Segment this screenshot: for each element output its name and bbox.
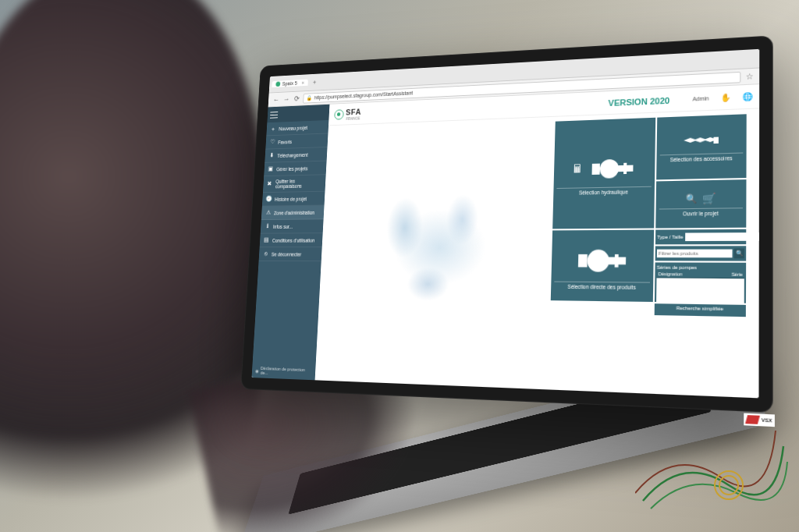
forward-button[interactable]: → (282, 94, 291, 103)
app-root: ＋ Nouveau projet ♡ Favoris ⬇ Téléchargem… (252, 84, 760, 398)
sidebar-item-label: Gérer les projets (276, 165, 307, 171)
sidebar-item-label: Histoire de projet (275, 196, 307, 201)
folder-icon: ▣ (268, 165, 275, 172)
sidebar-item-download[interactable]: ⬇ Téléchargement (265, 147, 327, 163)
heart-icon: ♡ (269, 139, 276, 146)
version-label: VERSION 2020 (608, 95, 669, 107)
tab-title: Spaix 5 (282, 80, 297, 86)
svg-rect-7 (713, 137, 718, 144)
sidebar-item-label: Zone d'administration (274, 210, 314, 215)
sidebar-footer[interactable]: ◉ Déclaration de protection de... (252, 363, 316, 380)
search-icon: 🔍 (686, 193, 698, 204)
lock-icon: 🔒 (307, 95, 313, 101)
tile-hydraulic-selection[interactable]: 🖩 Sélection hydraulique (552, 118, 655, 229)
water-splash-image (358, 172, 508, 328)
col-series: Série (731, 272, 742, 278)
tile-accessories[interactable]: Sélection des accessoires (656, 114, 747, 179)
type-label: Type / Taille (657, 235, 683, 239)
sidebar-item-label: Conditions d'utilisation (272, 237, 315, 243)
svg-point-12 (715, 471, 743, 499)
tile-label: Sélection hydraulique (556, 186, 652, 196)
sidebar-item-label: Infos sur... (273, 224, 293, 229)
sidebar-item-manage-projects[interactable]: ▣ Gérer les projets (264, 161, 326, 177)
sidebar-item-label: Favoris (278, 139, 292, 144)
svg-rect-0 (592, 164, 600, 175)
main-area: SFA FRANCE VERSION 2020 Admin ✋ 🌐 (315, 84, 760, 398)
hand-icon[interactable]: ✋ (720, 93, 730, 103)
close-icon[interactable]: × (302, 80, 305, 85)
tile-open-project[interactable]: 🔍 🛒 Ouvrir le projet VSX (655, 179, 746, 228)
sidebar-item-logout[interactable]: ⎋ Se déconnecter (259, 247, 322, 261)
clock-icon: 🕘 (265, 196, 272, 203)
col-designation: Désignation (659, 271, 683, 277)
doc-icon: ▤ (263, 236, 270, 243)
hamburger-icon[interactable] (270, 110, 278, 119)
sidebar-item-label: Quitter les comparaisons (275, 178, 322, 189)
download-icon: ⬇ (268, 152, 275, 159)
tile-grid: 🖩 Sélection hydraulique (549, 114, 752, 391)
user-label[interactable]: Admin (693, 95, 709, 101)
brand: SFA FRANCE (334, 107, 361, 121)
info-icon: ℹ (264, 223, 271, 230)
tile-label: Ouvrir le projet (659, 207, 743, 217)
tile-direct-selection[interactable]: Sélection directe des produits (551, 230, 654, 302)
sidebar-item-terms[interactable]: ▤ Conditions d'utilisation (260, 233, 323, 247)
hero-image-area (318, 122, 550, 383)
screw-icon (682, 132, 720, 151)
sidebar-item-history[interactable]: 🕘 Histoire de projet (262, 192, 325, 207)
sidebar-item-quit-compare[interactable]: ✖ Quitter les comparaisons (263, 175, 326, 193)
favorites-button[interactable]: ☆ (744, 71, 755, 81)
laptop-screen: Spaix 5 × + ← → ⟳ 🔒 https://pumpselect.s… (240, 35, 772, 413)
svg-rect-3 (623, 163, 627, 174)
globe-icon[interactable]: 🌐 (742, 91, 752, 101)
logout-icon: ⎋ (262, 250, 269, 257)
svg-point-13 (719, 476, 738, 495)
pump-icon (588, 151, 637, 184)
new-tab-button[interactable]: + (311, 78, 318, 86)
search-button[interactable]: 🔍 (734, 248, 744, 258)
svg-point-1 (599, 159, 619, 179)
tile-label: Sélection des accessoires (660, 152, 744, 162)
sidebar-item-label: Se déconnecter (272, 251, 302, 257)
cart-icon: 🛒 (702, 192, 716, 204)
svg-rect-11 (615, 254, 619, 268)
tab-favicon (275, 81, 280, 87)
sidebar-item-label: Nouveau projet (279, 125, 307, 131)
sidebar-footer-label: Déclaration de protection de... (261, 366, 312, 377)
search-footer[interactable]: Recherche simplifiée (655, 303, 746, 317)
browser-tab[interactable]: Spaix 5 × (272, 80, 308, 88)
calculator-icon: 🖩 (572, 162, 583, 175)
reload-button[interactable]: ⟳ (293, 94, 301, 103)
back-button[interactable]: ← (272, 95, 280, 104)
url-text: https://pumpselect.sfagroup.com/StartAss… (314, 90, 414, 101)
svg-point-9 (587, 250, 609, 272)
sidebar-item-about[interactable]: ℹ Infos sur... (261, 219, 324, 233)
filter-input[interactable] (657, 250, 733, 258)
pump-icon (574, 241, 630, 278)
svg-rect-8 (578, 254, 588, 268)
plus-icon: ＋ (270, 125, 277, 132)
brand-sub: FRANCE (346, 115, 360, 120)
sidebar-item-label: Téléchargement (277, 152, 307, 158)
sidebar-item-admin[interactable]: ⚠ Zone d'administration (261, 205, 325, 220)
content: 🖩 Sélection hydraulique (315, 108, 760, 398)
brand-logo-icon (334, 109, 344, 119)
x-icon: ✖ (266, 180, 273, 187)
shield-icon: ◉ (255, 367, 259, 373)
search-footer-label: Recherche simplifiée (676, 306, 723, 311)
search-row-type: Type / Taille 50 Hz 🔍 (655, 229, 746, 245)
series-panel: Séries de pompes Désignation Série (655, 262, 746, 303)
search-row-filter: 🔍 (655, 246, 747, 261)
type-input[interactable] (685, 232, 760, 241)
tile-label: Sélection directe des produits (554, 282, 650, 291)
warning-icon: ⚠ (265, 209, 272, 216)
brand-name: SFA (346, 107, 361, 116)
